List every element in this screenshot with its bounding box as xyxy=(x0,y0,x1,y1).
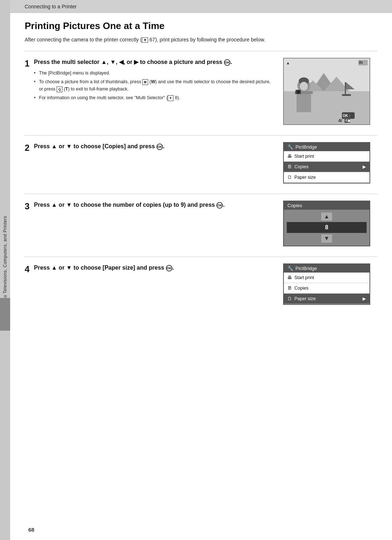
page-number: 68 xyxy=(28,527,34,533)
svg-rect-8 xyxy=(345,82,346,95)
step-3-title: Press ▲ or ▼ to choose the number of cop… xyxy=(34,201,272,209)
step-1-content: Press the multi selector ▲, ▼, ◀, or ▶ t… xyxy=(34,58,272,103)
book-icon-2: ✦ xyxy=(168,95,173,101)
step-1-number: 1 xyxy=(25,59,29,69)
step-2-number: 2 xyxy=(25,143,29,153)
pb-item-paper-size: 🗋 Paper size xyxy=(284,172,369,183)
svg-point-17 xyxy=(297,90,300,93)
svg-text:4▣: 4▣ xyxy=(345,118,351,122)
arrow-symbols: ▲, ▼, ◀, or ▶ xyxy=(101,59,139,65)
step-2-right: 🔧 PictBridge 🖶 Start print 🖹 Copies ▶ 🗋 … xyxy=(283,142,377,184)
paper-icon-2: 🗋 xyxy=(287,296,292,301)
step-1-section: 1 Press the multi selector ▲, ▼, ◀, or ▶… xyxy=(25,58,377,125)
divider-2 xyxy=(25,135,377,136)
side-marker xyxy=(0,298,10,331)
step-4-content: Press ▲ or ▼ to choose [Paper size] and … xyxy=(34,263,272,275)
camera-illustration: ▲ IN xyxy=(284,59,369,124)
pb-item-paper-size-highlighted: 🗋 Paper size ▶ xyxy=(284,294,369,304)
copies-header: Copies xyxy=(284,201,369,210)
step-1-title: Press the multi selector ▲, ▼, ◀, or ▶ t… xyxy=(34,58,272,67)
header-label: Connecting to a Printer xyxy=(25,4,77,9)
pb-item-start-print-2: 🖶 Start print xyxy=(284,273,369,283)
pb-title-1: PictBridge xyxy=(295,144,317,150)
zoom-icon: Q xyxy=(57,86,62,92)
side-tab: Connecting to Televisions, Computers, an… xyxy=(0,0,10,540)
print-icon: 🖶 xyxy=(287,154,292,159)
pb-item-copies-2: 🖹 Copies xyxy=(284,283,369,294)
step-4-right: 🔧 PictBridge 🖶 Start print 🖹 Copies 🗋 Pa… xyxy=(283,263,377,305)
pb-copies-arrow: ▶ xyxy=(363,164,366,169)
divider-3 xyxy=(25,194,377,194)
grid-icon: ⊞ xyxy=(142,79,148,85)
pb-header-1: 🔧 PictBridge xyxy=(284,143,369,151)
pb-start-print-label-2: Start print xyxy=(294,275,314,280)
step-2-left: 2 Press ▲ or ▼ to choose [Copies] and pr… xyxy=(25,142,283,154)
pb-copies-label: Copies xyxy=(294,164,309,169)
ok-button-symbol-3: OK xyxy=(216,202,223,209)
intro-paragraph: After connecting the camera to the print… xyxy=(25,36,377,44)
print-icon-2: 🖶 xyxy=(287,275,292,280)
bullet-2: To choose a picture from a list of thumb… xyxy=(34,78,272,93)
pb-start-print-label: Start print xyxy=(294,154,314,159)
divider-1 xyxy=(25,51,377,51)
step-3-left: 3 Press ▲ or ▼ to choose the number of c… xyxy=(25,201,283,212)
bullet-3: For information on using the multi selec… xyxy=(34,94,272,101)
book-icon: ✦ xyxy=(142,37,148,43)
svg-rect-18 xyxy=(297,94,311,112)
step-3-content: Press ▲ or ▼ to choose the number of cop… xyxy=(34,201,272,212)
copies-icon-2: 🖹 xyxy=(287,286,292,291)
copies-icon: 🖹 xyxy=(287,164,292,169)
ok-button-symbol-2: OK xyxy=(156,144,163,150)
ok-button-symbol: OK xyxy=(224,59,230,66)
pictbridge-icon-2: 🔧 xyxy=(287,266,293,271)
pb-paper-size-label: Paper size xyxy=(294,175,316,180)
copies-down-arrow: ▼ xyxy=(321,234,332,242)
svg-text:IN: IN xyxy=(359,61,363,65)
svg-text:4/: 4/ xyxy=(338,118,342,123)
step-3-section: 3 Press ▲ or ▼ to choose the number of c… xyxy=(25,201,377,246)
pb-paper-arrow: ▶ xyxy=(363,296,366,301)
svg-point-14 xyxy=(300,82,308,90)
bullet-1: The [PictBridge] menu is displayed. xyxy=(34,69,272,77)
step-4-left: 4 Press ▲ or ▼ to choose [Paper size] an… xyxy=(25,263,283,275)
step-3-number: 3 xyxy=(25,201,29,211)
step-1-right: ▲ IN xyxy=(283,58,377,125)
copies-menu: Copies ▲ 8 ▼ xyxy=(283,201,370,246)
pb-item-copies-highlighted: 🖹 Copies ▶ xyxy=(284,162,369,172)
pb-copies-label-2: Copies xyxy=(294,286,309,291)
divider-4 xyxy=(25,257,377,257)
step-4-number: 4 xyxy=(25,264,29,274)
camera-screen-inner: ▲ IN xyxy=(284,59,369,124)
copies-selector: ▲ 8 ▼ xyxy=(284,210,369,246)
pb-paper-size-label-2: Paper size xyxy=(294,296,316,301)
step-2-title: Press ▲ or ▼ to choose [Copies] and pres… xyxy=(34,142,272,151)
ok-button-symbol-4: OK xyxy=(166,265,172,271)
copies-value: 8 xyxy=(287,222,367,233)
svg-text:OK :: OK : xyxy=(343,114,350,118)
step-1-left: 1 Press the multi selector ▲, ▼, ◀, or ▶… xyxy=(25,58,283,103)
step-2-content: Press ▲ or ▼ to choose [Copies] and pres… xyxy=(34,142,272,154)
pictbridge-menu-2: 🔧 PictBridge 🖶 Start print 🖹 Copies 🗋 Pa… xyxy=(283,263,370,305)
step-4-section: 4 Press ▲ or ▼ to choose [Paper size] an… xyxy=(25,263,377,305)
step-3-right: Copies ▲ 8 ▼ xyxy=(283,201,377,246)
step-2-section: 2 Press ▲ or ▼ to choose [Copies] and pr… xyxy=(25,142,377,184)
paper-icon: 🗋 xyxy=(287,175,292,180)
pb-title-2: PictBridge xyxy=(295,266,317,271)
page-title: Printing Pictures One at a Time xyxy=(25,20,377,32)
step-1-bullets: The [PictBridge] menu is displayed. To c… xyxy=(34,69,272,101)
pb-header-2: 🔧 PictBridge xyxy=(284,264,369,273)
svg-rect-10 xyxy=(342,94,351,96)
copies-up-arrow: ▲ xyxy=(321,213,332,221)
main-content: Connecting to a Printer Printing Picture… xyxy=(10,0,392,540)
step-4-title: Press ▲ or ▼ to choose [Paper size] and … xyxy=(34,263,272,272)
camera-screen: ▲ IN xyxy=(283,58,370,125)
copies-title: Copies xyxy=(287,203,302,208)
header-bar: Connecting to a Printer xyxy=(10,0,392,13)
pictbridge-icon: 🔧 xyxy=(287,144,293,150)
pictbridge-menu-1: 🔧 PictBridge 🖶 Start print 🖹 Copies ▶ 🗋 … xyxy=(283,142,370,184)
svg-text:▲: ▲ xyxy=(286,61,290,65)
pb-item-start-print: 🖶 Start print xyxy=(284,151,369,162)
